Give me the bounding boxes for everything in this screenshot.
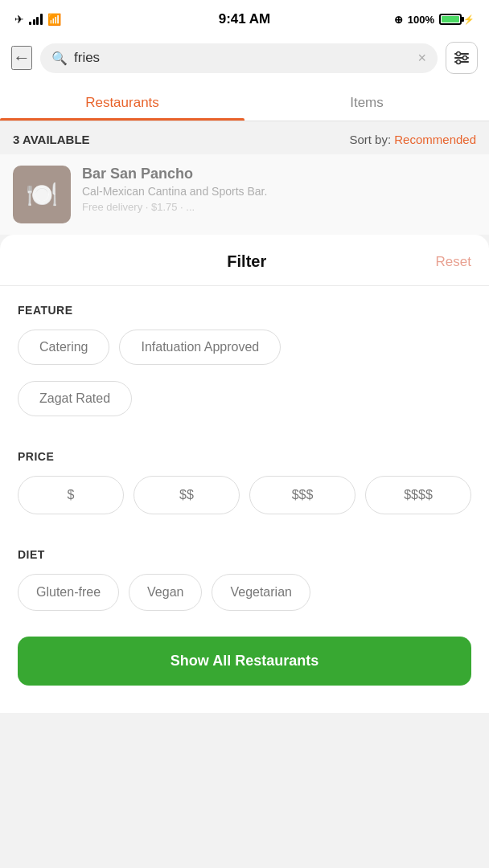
diet-pills: Gluten-free Vegan Vegetarian [18,574,471,611]
results-header: 3 AVAILABLE Sort by: Recommended [0,121,489,154]
show-restaurants-button[interactable]: Show All Restaurants [18,637,471,686]
battery-icon: ⚡ [439,14,475,25]
search-input[interactable] [74,50,411,66]
signal-icon [29,14,43,25]
food-image: 🍽️ [26,179,58,210]
search-icon: 🔍 [51,51,68,66]
search-bar: ← 🔍 × [0,35,489,84]
bolt-icon: ⚡ [463,14,475,25]
vegetarian-pill[interactable]: Vegetarian [212,574,310,611]
cta-section: Show All Restaurants [0,619,489,694]
price-section: PRICE $ $$ $$$ $$$$ [0,432,489,514]
feature-section: FEATURE Catering Infatuation Approved Za… [0,286,489,416]
feature-pills: Catering Infatuation Approved [18,330,471,365]
zagat-rated-pill[interactable]: Zagat Rated [18,381,132,416]
price-2-pill[interactable]: $$ [134,476,240,514]
search-input-wrap: 🔍 × [40,43,438,73]
feature-pills-row2: Zagat Rated [18,381,471,416]
feature-label: FEATURE [18,304,471,317]
price-3-pill[interactable]: $$$ [249,476,355,514]
filter-header: Filter Reset [0,235,489,286]
location-icon: ⊕ [394,14,403,26]
back-button[interactable]: ← [11,46,32,70]
gluten-free-pill[interactable]: Gluten-free [18,574,119,611]
tab-restaurants[interactable]: Restaurants [0,84,244,121]
restaurant-thumbnail: 🍽️ [13,166,71,223]
filter-title: Filter [58,252,436,271]
svg-point-3 [457,52,461,56]
status-right: ⊕ 100% ⚡ [394,14,475,26]
price-label: PRICE [18,450,471,463]
price-1-pill[interactable]: $ [18,476,124,514]
battery-percent: 100% [408,14,434,26]
sort-value[interactable]: Recommended [394,133,476,146]
infatuation-approved-pill[interactable]: Infatuation Approved [119,330,281,365]
sliders-icon [453,49,471,67]
svg-point-4 [463,56,467,60]
restaurant-card[interactable]: 🍽️ Bar San Pancho Cal-Mexican Cantina an… [0,154,489,235]
filter-panel: Filter Reset FEATURE Catering Infatuatio… [0,235,489,713]
tabs: Restaurants Items [0,84,489,121]
status-bar: ✈ 📶 9:41 AM ⊕ 100% ⚡ [0,0,489,35]
status-left: ✈ 📶 [14,13,61,26]
restaurant-meta: Free delivery · $1.75 · ... [82,201,476,213]
airplane-icon: ✈ [14,13,24,26]
status-time: 9:41 AM [219,11,271,27]
filter-button[interactable] [446,42,478,74]
wifi-icon: 📶 [47,13,61,26]
svg-point-5 [457,60,461,64]
catering-pill[interactable]: Catering [18,330,109,365]
tab-items[interactable]: Items [244,84,489,121]
vegan-pill[interactable]: Vegan [129,574,202,611]
diet-label: DIET [18,548,471,561]
price-pills: $ $$ $$$ $$$$ [18,476,471,514]
restaurant-description: Cal-Mexican Cantina and Sports Bar. [82,185,476,198]
available-count: 3 AVAILABLE [13,133,90,146]
sort-by: Sort by: Recommended [349,133,476,146]
diet-section: DIET Gluten-free Vegan Vegetarian [0,530,489,611]
clear-button[interactable]: × [417,50,426,67]
restaurant-name: Bar San Pancho [82,166,476,182]
reset-button[interactable]: Reset [436,254,471,270]
price-4-pill[interactable]: $$$$ [365,476,471,514]
restaurant-info: Bar San Pancho Cal-Mexican Cantina and S… [82,166,476,213]
